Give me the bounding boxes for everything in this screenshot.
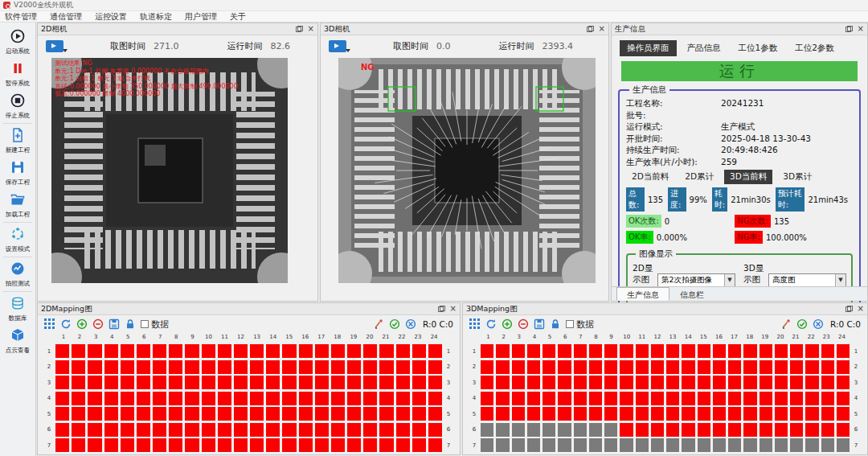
- die-cell[interactable]: [315, 360, 329, 374]
- die-cell[interactable]: [266, 344, 280, 358]
- die-cell[interactable]: [218, 423, 231, 437]
- die-cell[interactable]: [589, 344, 602, 358]
- die-cell[interactable]: [137, 392, 150, 405]
- die-cell[interactable]: [396, 376, 410, 389]
- die-cell[interactable]: [153, 344, 166, 358]
- refresh-icon[interactable]: [485, 318, 497, 330]
- die-cell[interactable]: [137, 438, 150, 452]
- die-cell[interactable]: [527, 392, 540, 405]
- die-cell[interactable]: [121, 407, 134, 421]
- die-cell[interactable]: [558, 376, 571, 389]
- die-cell[interactable]: [558, 407, 571, 421]
- menu-item-3[interactable]: 轨道标定: [140, 11, 172, 23]
- die-cell[interactable]: [428, 392, 442, 405]
- die-cell[interactable]: [379, 407, 393, 421]
- die-cell[interactable]: [347, 344, 361, 358]
- die-cell[interactable]: [396, 438, 410, 452]
- die-cell[interactable]: [666, 407, 679, 421]
- die-cell[interactable]: [512, 423, 525, 437]
- die-cell[interactable]: [837, 376, 850, 389]
- grid-icon[interactable]: [44, 318, 55, 330]
- die-cell[interactable]: [202, 407, 215, 421]
- die-cell[interactable]: [713, 376, 726, 389]
- zoom-out-icon[interactable]: [518, 318, 529, 330]
- die-cell[interactable]: [743, 344, 756, 358]
- die-cell[interactable]: [88, 360, 101, 374]
- sidebar-item-new-project[interactable]: 新建工程: [0, 125, 35, 157]
- die-cell[interactable]: [651, 360, 664, 374]
- die-cell[interactable]: [250, 360, 264, 374]
- sidebar-item-save-project[interactable]: 保存工程: [0, 157, 35, 189]
- die-cell[interactable]: [728, 423, 741, 437]
- die-cell[interactable]: [698, 344, 710, 358]
- die-cell[interactable]: [775, 407, 788, 421]
- die-cell[interactable]: [636, 407, 649, 421]
- die-cell[interactable]: [542, 423, 555, 437]
- die-cell[interactable]: [250, 392, 264, 405]
- die-cell[interactable]: [72, 423, 85, 437]
- die-cell[interactable]: [558, 423, 571, 437]
- die-cell[interactable]: [481, 344, 493, 358]
- die-cell[interactable]: [512, 376, 525, 389]
- sidebar-item-load-project[interactable]: 加载工程: [0, 189, 35, 221]
- die-cell[interactable]: [121, 438, 134, 452]
- die-cell[interactable]: [299, 407, 313, 421]
- die-cell[interactable]: [775, 360, 788, 374]
- die-cell[interactable]: [282, 360, 296, 374]
- close-button[interactable]: ×: [308, 25, 314, 33]
- die-cell[interactable]: [428, 376, 442, 389]
- die-cell[interactable]: [185, 423, 199, 437]
- die-cell[interactable]: [428, 344, 442, 358]
- die-cell[interactable]: [185, 376, 199, 389]
- die-cell[interactable]: [589, 423, 602, 437]
- die-cell[interactable]: [72, 392, 85, 405]
- die-cell[interactable]: [651, 407, 664, 421]
- die-cell[interactable]: [651, 344, 664, 358]
- die-cell[interactable]: [682, 360, 694, 374]
- die-cell[interactable]: [713, 360, 726, 374]
- die-cell[interactable]: [682, 407, 694, 421]
- die-cell[interactable]: [153, 392, 166, 405]
- sidebar-item-stop-system[interactable]: 停止系统: [0, 90, 35, 122]
- die-cell[interactable]: [760, 376, 772, 389]
- close-button[interactable]: ×: [450, 305, 457, 313]
- die-cell[interactable]: [250, 376, 264, 389]
- die-cell[interactable]: [760, 392, 772, 405]
- die-cell[interactable]: [574, 360, 587, 374]
- die-cell[interactable]: [218, 392, 231, 405]
- die-cell[interactable]: [620, 423, 633, 437]
- die-cell[interactable]: [234, 392, 248, 405]
- die-cell[interactable]: [299, 392, 313, 405]
- close-button[interactable]: ×: [858, 25, 864, 33]
- camera-image-2d[interactable]: 测试结果 NG单元:1 Die:1 引脚 灰度值 0.000000 不在合格范围…: [51, 58, 288, 283]
- die-cell[interactable]: [185, 392, 199, 405]
- die-cell[interactable]: [347, 407, 361, 421]
- die-cell[interactable]: [805, 360, 818, 374]
- probe-icon[interactable]: [373, 318, 384, 330]
- die-cell[interactable]: [169, 344, 182, 358]
- die-cell[interactable]: [266, 423, 280, 437]
- die-cell[interactable]: [574, 438, 587, 452]
- die-cell[interactable]: [713, 344, 726, 358]
- die-cell[interactable]: [682, 423, 694, 437]
- die-cell[interactable]: [266, 360, 280, 374]
- die-cell[interactable]: [481, 407, 493, 421]
- die-cell[interactable]: [363, 407, 377, 421]
- die-cell[interactable]: [574, 376, 587, 389]
- die-cell[interactable]: [589, 438, 602, 452]
- float-button[interactable]: [587, 26, 594, 32]
- die-cell[interactable]: [698, 360, 710, 374]
- die-cell[interactable]: [72, 344, 85, 358]
- die-cell[interactable]: [790, 344, 803, 358]
- die-cell[interactable]: [790, 392, 803, 405]
- die-cell[interactable]: [496, 438, 509, 452]
- die-cell[interactable]: [805, 407, 818, 421]
- camera-image-3d[interactable]: NG: [338, 58, 596, 283]
- die-cell[interactable]: [153, 438, 166, 452]
- display-2d-select[interactable]: 第2次拍摄图像 ▼: [657, 273, 735, 287]
- die-cell[interactable]: [651, 423, 664, 437]
- die-cell[interactable]: [169, 360, 182, 374]
- die-cell[interactable]: [412, 360, 426, 374]
- die-cell[interactable]: [542, 407, 555, 421]
- die-cell[interactable]: [282, 438, 296, 452]
